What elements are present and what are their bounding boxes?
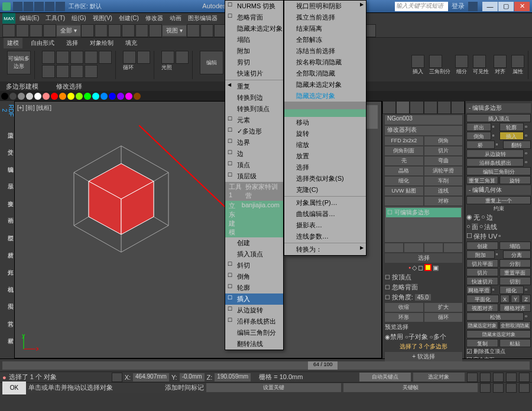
tool-redo[interactable] [16,24,29,37]
planar-btn[interactable]: 平面化 [466,295,499,303]
swatch[interactable] [100,93,108,100]
tool-select-name[interactable] [95,24,108,37]
swatch[interactable] [1,93,8,100]
ring-btn[interactable]: 环形 [385,313,423,322]
ctx-edge[interactable]: 边 [225,148,283,159]
paste-btn[interactable]: 粘贴 [499,339,531,347]
left-other[interactable]: 其它 [0,308,14,324]
edit-geo-header[interactable]: - 编辑几何体 [466,185,531,195]
ctx-isolate[interactable]: 孤立当前选择 [284,12,366,23]
grow-btn[interactable]: 扩大 [424,303,463,312]
ctx-curve-ed[interactable]: 曲线编辑器… [284,208,366,220]
help-icon[interactable] [468,2,478,11]
help-search-input[interactable]: 输入关键字或短语 [395,2,448,11]
ctx-hinge[interactable]: 从边旋转 [225,305,283,316]
ribbon-tab-modeling[interactable]: 建模 [4,38,22,48]
left-cam[interactable]: 相机 [0,273,14,290]
mod-ffd[interactable]: FFD 2x2x2 [385,136,423,145]
nav-pan[interactable] [480,383,491,393]
tool-move[interactable] [122,24,135,37]
tool-scale[interactable] [149,24,162,37]
play-start[interactable] [467,373,478,382]
inset-btn[interactable]: 插入 [499,132,524,140]
split-btn[interactable]: 分割 [499,259,531,268]
menu-view[interactable]: 视图(V) [90,14,115,23]
ctx-insvert[interactable]: 插入顶点 [225,249,283,260]
swatch[interactable] [76,93,83,100]
ctx-poly[interactable]: ✓多边形 [225,126,283,137]
ctx-convert[interactable]: 转换为： [284,244,366,255]
full-interact[interactable]: 完全交互 [473,356,495,358]
selection-rollout[interactable]: 选择 [385,253,462,263]
ctx-hide-sel[interactable]: 隐藏选定对象 [284,90,366,102]
bevel-btn[interactable]: 倒角 [466,132,491,140]
tri-icon[interactable] [429,55,442,68]
mod-turbo[interactable]: 涡轮平滑 [424,167,463,175]
cons-edge[interactable]: 边 [486,213,493,222]
cons-none[interactable]: 无 [473,213,480,222]
z-coord[interactable]: 190.059mm [215,373,251,381]
angle-val[interactable]: 45.0 [415,294,431,301]
ctx-hide-unsel2[interactable]: 隐藏未选定对象 [284,79,366,90]
ctx-extrude-spline[interactable]: 沿样条线挤出 [225,316,283,327]
edittri-btn[interactable]: 编辑三角剖分 [466,167,531,175]
maximize-button[interactable]: ▢ [498,2,514,11]
left-xform[interactable]: 变换 [0,188,14,204]
stack-btn[interactable] [424,243,443,252]
view-align-btn[interactable]: 视图对齐 [466,304,498,312]
left-anim[interactable]: 动画 [0,205,14,221]
login-link[interactable]: 登录 [452,2,465,11]
outline-btn[interactable]: 轮廓 [499,123,524,131]
ctx-sel-similar[interactable]: 选择类似对象(S) [284,173,366,184]
ctx-unhide-all[interactable]: 全部取消隐藏 [284,68,366,79]
left-file[interactable]: 文件 [0,136,14,153]
swatch[interactable] [134,93,141,100]
ctx-unfreeze[interactable]: 全部解冻 [284,34,366,45]
qat-btn[interactable] [34,2,44,11]
swatch[interactable] [125,93,132,100]
mod-blank[interactable] [385,197,423,206]
rg-btn[interactable] [176,51,189,64]
ctx-repeat[interactable]: 重复 [225,81,283,92]
selset-dd[interactable]: 选定对象 [413,373,465,381]
bridge-btn[interactable]: 桥 [466,141,495,149]
ctx-objprops[interactable]: 对象属性(P)… [284,197,366,208]
ctx-move[interactable]: 移动 [284,117,366,128]
preview-sub[interactable]: 子对象 [408,333,428,340]
ctx-rotate[interactable]: 旋转 [284,128,366,139]
menu-tools[interactable]: 工具(T) [43,14,67,23]
ctx-chamfer[interactable]: 倒角 [225,271,283,282]
mod-slice[interactable]: 切片 [424,146,463,155]
ctx-inset[interactable]: 插入 [225,293,283,305]
menu-modifiers[interactable]: 修改器 [143,14,166,23]
mod-lattice[interactable]: 晶格 [385,167,423,175]
swatch[interactable] [26,93,33,100]
play-prev[interactable] [480,373,491,382]
ctx-select[interactable]: 选择 [284,162,366,173]
mod-chamfer[interactable]: 倒角 [424,136,463,145]
selection-filter[interactable]: 全部 ▾ [57,25,80,36]
left-edit[interactable]: 编辑 [0,154,14,170]
left-asset[interactable]: 素材 [0,325,14,341]
subobj-edge[interactable] [56,51,69,64]
y-btn[interactable]: Y [511,295,520,303]
preview-mult[interactable]: 多个 [433,333,446,340]
reset-plane-btn[interactable]: 重置平面 [499,268,531,276]
create-btn[interactable]: 创建 [466,242,498,250]
cmd-tab-modify[interactable] [396,101,410,114]
insert-icon[interactable] [411,55,424,68]
ins-vert-btn[interactable]: 插入顶点 [466,114,531,122]
ribbon-tab-select[interactable]: 选择 [63,38,82,48]
ctx-bevel[interactable]: 斜切 [225,260,283,271]
swatch[interactable] [34,93,41,100]
ctx-element[interactable]: 元素 [225,115,283,126]
mod-bend[interactable]: 弯曲 [424,156,463,165]
swatch[interactable] [92,93,99,100]
menu-create[interactable]: 创建(C) [116,14,141,23]
tess-btn[interactable]: 细化 [499,286,524,294]
tool-snap[interactable] [200,24,213,37]
tool-select[interactable] [81,24,94,37]
rg-btn[interactable] [161,51,174,64]
swatch[interactable] [51,93,58,100]
swatch[interactable] [67,93,74,100]
